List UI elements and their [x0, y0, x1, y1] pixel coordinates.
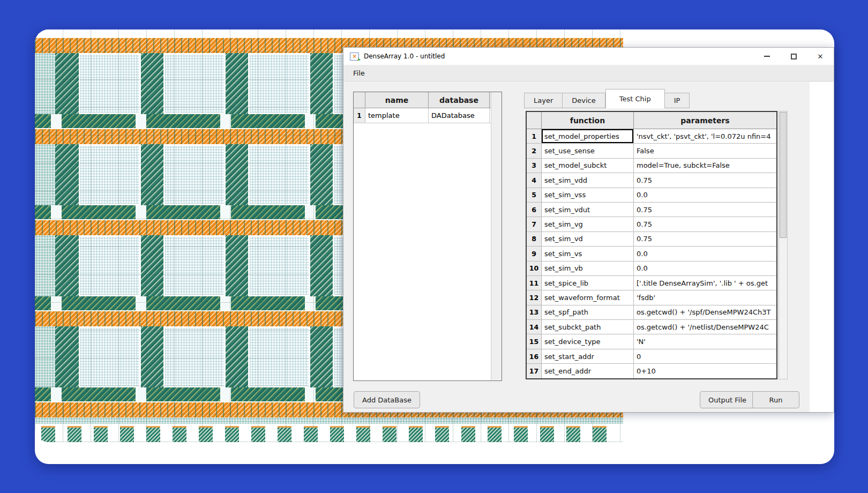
db-row-number[interactable]: 1: [354, 108, 365, 123]
fn-cell-parameters[interactable]: 'fsdb': [634, 290, 776, 304]
tab-layer[interactable]: Layer: [524, 93, 563, 108]
fn-cell-function[interactable]: set_sim_vg: [542, 217, 634, 231]
db-cell-database[interactable]: DADatabase: [429, 108, 490, 123]
minimize-button[interactable]: [753, 48, 780, 65]
bond-pad: [330, 426, 344, 442]
fn-cell-function[interactable]: set_sim_vdd: [542, 173, 634, 187]
bond-pad: [593, 426, 607, 442]
menu-file[interactable]: File: [350, 68, 368, 79]
window-controls: ✕: [753, 48, 834, 65]
fn-row-number[interactable]: 3: [527, 159, 542, 173]
fn-cell-parameters[interactable]: 0.0: [634, 188, 776, 202]
fn-row-number[interactable]: 8: [527, 232, 542, 246]
fn-cell-parameters[interactable]: os.getcwd() + '/netlist/DenseMPW24C: [634, 320, 776, 334]
fn-row-number[interactable]: 16: [527, 349, 542, 363]
fn-row-number[interactable]: 15: [527, 334, 542, 348]
fn-row-number[interactable]: 6: [527, 203, 542, 216]
tab-test-chip[interactable]: Test Chip: [605, 89, 665, 108]
db-column-database[interactable]: database: [429, 92, 490, 108]
fn-cell-parameters[interactable]: os.getcwd() + '/spf/DenseMPW24Ch3T: [634, 305, 776, 319]
fn-cell-function[interactable]: set_sim_vs: [542, 246, 634, 260]
fn-cell-function[interactable]: set_sim_vss: [542, 188, 634, 202]
app-icon: ✕ ➤: [350, 53, 359, 61]
fn-row-number[interactable]: 12: [527, 290, 542, 304]
fn-cell-function[interactable]: set_subckt_path: [542, 320, 634, 334]
fn-cell-parameters[interactable]: 0.75: [634, 232, 776, 246]
fn-cell-function[interactable]: set_model_properties: [542, 129, 634, 143]
fn-cell-parameters[interactable]: 'nsvt_ckt', 'psvt_ckt', 'l=0.072u nfin=4: [634, 129, 776, 143]
chip-array-block: [163, 326, 226, 387]
fn-cell-parameters[interactable]: 0.75: [634, 203, 776, 216]
fn-table-row: 7set_sim_vg0.75: [527, 217, 776, 231]
db-table-header: name database: [354, 92, 502, 108]
fn-table-row: 8set_sim_vd0.75: [527, 232, 776, 246]
fn-cell-function[interactable]: set_use_sense: [542, 144, 634, 158]
db-scrollbar-track[interactable]: [491, 92, 502, 380]
fn-cell-function[interactable]: set_sim_vd: [542, 232, 634, 246]
fn-cell-function[interactable]: set_sim_vb: [542, 262, 634, 275]
fn-cell-function[interactable]: set_sim_vdut: [542, 203, 634, 216]
db-cell-name[interactable]: template: [365, 108, 429, 123]
fn-row-number[interactable]: 7: [527, 217, 542, 231]
chip-array-block: [163, 235, 226, 296]
window-titlebar[interactable]: ✕ ➤ DenseArray 1.0 - untitled ✕: [343, 48, 834, 65]
fn-table-row: 17set_end_addr0+10: [527, 364, 776, 378]
fn-cell-parameters[interactable]: False: [634, 144, 776, 158]
fn-cell-function[interactable]: set_spice_lib: [542, 276, 634, 290]
fn-row-number[interactable]: 11: [527, 276, 542, 290]
fn-row-number[interactable]: 4: [527, 173, 542, 187]
fn-table-row: 16set_start_addr0: [527, 349, 776, 364]
menu-bar: File: [343, 65, 834, 81]
fn-cell-parameters[interactable]: model=True, subckt=False: [634, 159, 776, 173]
fn-cell-parameters[interactable]: 0.75: [634, 217, 776, 231]
close-button[interactable]: ✕: [807, 48, 834, 65]
fn-cell-function[interactable]: set_start_addr: [542, 349, 634, 363]
fn-column-function[interactable]: function: [542, 112, 634, 129]
vertical-scrollbar[interactable]: [779, 111, 788, 379]
fn-row-number[interactable]: 1: [527, 129, 542, 143]
bond-pad: [514, 426, 528, 442]
output-file-button[interactable]: Output File: [700, 391, 755, 408]
bond-pad: [225, 426, 239, 442]
fn-cell-function[interactable]: set_device_type: [542, 334, 634, 348]
db-column-name[interactable]: name: [365, 92, 429, 108]
fn-cell-function[interactable]: set_spf_path: [542, 305, 634, 319]
fn-cell-function[interactable]: set_waveform_format: [542, 290, 634, 304]
fn-row-number[interactable]: 5: [527, 188, 542, 202]
bond-pad: [540, 426, 554, 442]
bond-pad: [68, 426, 81, 442]
db-corner-cell[interactable]: [354, 92, 365, 108]
fn-cell-parameters[interactable]: 0+10: [634, 364, 776, 378]
function-table: function parameters 1set_model_propertie…: [526, 111, 777, 379]
fn-cell-parameters[interactable]: 0: [634, 349, 776, 363]
fn-cell-parameters[interactable]: 0.0: [634, 262, 776, 275]
fn-cell-function[interactable]: set_end_addr: [542, 364, 634, 378]
add-database-button[interactable]: Add DataBase: [354, 391, 420, 408]
tab-device[interactable]: Device: [563, 93, 605, 108]
chip-array-block: [248, 144, 310, 205]
fn-row-number[interactable]: 9: [527, 246, 542, 260]
tab-ip[interactable]: IP: [665, 93, 690, 108]
fn-cell-parameters[interactable]: 0.0: [634, 246, 776, 260]
fn-cell-parameters[interactable]: 0.75: [634, 173, 776, 187]
scrollbar-thumb[interactable]: [780, 112, 787, 238]
maximize-button[interactable]: [780, 48, 807, 65]
fn-cell-function[interactable]: set_model_subckt: [542, 159, 634, 173]
fn-row-number[interactable]: 2: [527, 144, 542, 158]
fn-row-number[interactable]: 17: [527, 364, 542, 378]
fn-corner-cell[interactable]: [527, 112, 542, 129]
fn-column-parameters[interactable]: parameters: [634, 112, 776, 129]
fn-row-number[interactable]: 13: [527, 305, 542, 319]
chip-array-block: [79, 326, 141, 387]
run-button[interactable]: Run: [752, 391, 799, 408]
app-icon-arrow: ➤: [357, 57, 362, 62]
fn-cell-parameters[interactable]: 'N': [634, 334, 776, 348]
fn-cell-parameters[interactable]: ['.title DenseArraySim', '.lib ' + os.ge…: [634, 276, 776, 290]
window-content: name database 1templateDADatabase LayerD…: [343, 82, 834, 412]
fn-row-number[interactable]: 14: [527, 320, 542, 334]
chip-array-block: [248, 326, 310, 387]
desktop-background: ✕ ➤ DenseArray 1.0 - untitled ✕ File nam…: [0, 0, 868, 493]
bond-pad: [488, 426, 502, 442]
fn-row-number[interactable]: 10: [527, 262, 542, 275]
bond-pad: [435, 426, 449, 442]
